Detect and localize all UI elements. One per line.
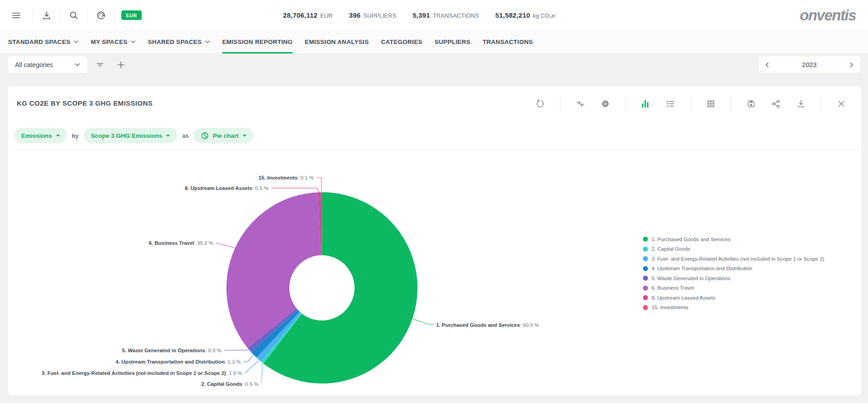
chevron-down-icon bbox=[131, 40, 136, 44]
filter-button[interactable] bbox=[94, 59, 106, 71]
menu-button[interactable] bbox=[0, 10, 33, 21]
legend-item[interactable]: 4. Upstream Transportation and Distribut… bbox=[643, 264, 825, 274]
share-button[interactable] bbox=[771, 99, 781, 109]
as-connector-label: as bbox=[182, 132, 188, 139]
list-view-button[interactable] bbox=[666, 99, 676, 109]
add-widget-button[interactable] bbox=[115, 59, 127, 71]
tab-suppliers[interactable]: SUPPLIERS bbox=[435, 30, 470, 53]
legend-color-dot bbox=[643, 256, 648, 261]
kpi-stat: 28,706,112EUR bbox=[283, 11, 333, 19]
bar-chart-view-icon bbox=[641, 99, 651, 109]
tab-shared-spaces[interactable]: SHARED SPACES bbox=[148, 30, 210, 53]
slice-callout-label: 1. Purchased Goods and Services: 60.5 % bbox=[436, 322, 539, 328]
chart-toolbar bbox=[535, 92, 846, 116]
download-icon bbox=[796, 99, 806, 109]
settings-gear-icon bbox=[600, 99, 610, 109]
chart-view-button[interactable] bbox=[641, 99, 651, 109]
slice-callout-label: 5. Waste Generated in Operations: 0.9 % bbox=[122, 348, 221, 353]
save-button[interactable] bbox=[746, 99, 756, 109]
legend-color-dot bbox=[643, 286, 648, 291]
settings-button[interactable] bbox=[600, 99, 610, 109]
legend-item[interactable]: 5. Waste Generated in Operations bbox=[643, 273, 825, 283]
legend-item[interactable]: 8. Upstream Leased Assets bbox=[643, 293, 825, 303]
close-icon bbox=[836, 99, 846, 109]
pie-chart-icon bbox=[201, 132, 209, 140]
kpi-stat: 5,391TRANSACTIONS bbox=[412, 11, 479, 19]
collapse-button[interactable] bbox=[575, 99, 585, 109]
download-button[interactable] bbox=[33, 10, 60, 21]
close-widget-button[interactable] bbox=[836, 99, 846, 109]
legend-label: 15. Investments bbox=[652, 305, 688, 310]
callout-leader-line bbox=[317, 178, 321, 192]
legend-item[interactable]: 2. Capital Goods bbox=[643, 244, 825, 254]
kpi-stat: 396SUPPLIERS bbox=[349, 11, 397, 19]
search-icon bbox=[68, 10, 79, 21]
tab-standard-spaces[interactable]: STANDARD SPACES bbox=[8, 30, 79, 53]
legend-color-dot bbox=[643, 247, 648, 252]
grid-view-icon bbox=[706, 99, 716, 109]
list-view-icon bbox=[666, 99, 676, 109]
slice-callout-label: 8. Upstream Leased Assets: 0.5 % bbox=[185, 185, 269, 191]
toolbar-separator bbox=[560, 96, 561, 112]
currency-badge[interactable]: EUR bbox=[121, 10, 142, 20]
callout-leader-line bbox=[216, 243, 235, 248]
emission-chart-card: KG CO2E BY SCOPE 3 GHG EMISSIONS bbox=[8, 86, 862, 396]
tab-emission-reporting[interactable]: EMISSION REPORTING bbox=[222, 30, 293, 53]
dimension-chip-label: Scope 3 GHG Emissions bbox=[91, 132, 163, 139]
category-filter-dropdown[interactable]: All categories bbox=[8, 56, 87, 73]
legend-label: 3. Fuel- and Energy-Related Activities (… bbox=[652, 256, 825, 262]
tab-categories[interactable]: CATEGORIES bbox=[381, 30, 422, 53]
grid-view-button[interactable] bbox=[706, 99, 716, 109]
palette-icon bbox=[96, 10, 106, 21]
by-connector-label: by bbox=[72, 132, 79, 139]
download-chart-button[interactable] bbox=[796, 99, 806, 109]
previous-year-button[interactable] bbox=[765, 62, 769, 68]
tab-label: EMISSION REPORTING bbox=[222, 39, 293, 45]
tab-label: MY SPACES bbox=[91, 39, 128, 45]
callout-leader-line bbox=[244, 355, 254, 362]
legend-color-dot bbox=[643, 295, 648, 300]
legend-item[interactable]: 15. Investments bbox=[643, 303, 825, 313]
legend-label: 4. Upstream Transportation and Distribut… bbox=[652, 266, 752, 271]
legend-label: 2. Capital Goods bbox=[652, 246, 691, 252]
chevron-down-icon bbox=[74, 40, 79, 44]
tab-emission-analysis[interactable]: EMISSION ANALYSIS bbox=[305, 30, 369, 53]
legend-item[interactable]: 3. Fuel- and Energy-Related Activities (… bbox=[643, 254, 825, 264]
year-value: 2023 bbox=[802, 61, 816, 68]
callout-leader-line bbox=[261, 363, 263, 383]
header-separator bbox=[114, 7, 115, 24]
refresh-button[interactable] bbox=[535, 99, 545, 109]
collapse-icon bbox=[575, 99, 585, 109]
legend-item[interactable]: 1. Purchased Goods and Services bbox=[643, 234, 825, 244]
slice-callout-label: 6. Business Travel: 35.2 % bbox=[149, 240, 213, 246]
chart-legend: 1. Purchased Goods and Services2. Capita… bbox=[643, 234, 825, 312]
tab-transactions[interactable]: TRANSACTIONS bbox=[483, 30, 533, 53]
callout-leader-line bbox=[224, 350, 249, 350]
next-year-button[interactable] bbox=[850, 62, 854, 68]
callout-leader-line bbox=[271, 188, 319, 193]
tab-label: SHARED SPACES bbox=[148, 39, 202, 45]
chevron-down-icon bbox=[56, 135, 60, 137]
header-icon-group bbox=[0, 0, 115, 30]
plus-icon bbox=[116, 60, 126, 70]
dimension-chip[interactable]: Scope 3 GHG Emissions bbox=[84, 128, 177, 143]
kpi-stat: 51,582,210kg CO₂e bbox=[495, 11, 555, 19]
chevron-down-icon bbox=[205, 40, 210, 44]
share-icon bbox=[771, 99, 781, 109]
legend-label: 6. Business Travel bbox=[652, 285, 694, 291]
chart-type-chip[interactable]: Pie chart bbox=[194, 128, 254, 143]
legend-label: 5. Waste Generated in Operations bbox=[652, 276, 730, 281]
measure-chip[interactable]: Emissions bbox=[14, 128, 67, 143]
callout-leader-line bbox=[412, 319, 434, 325]
kpi-stats: 28,706,112EUR396SUPPLIERS5,391TRANSACTIO… bbox=[283, 0, 555, 30]
legend-item[interactable]: 6. Business Travel bbox=[643, 283, 825, 293]
tab-label: CATEGORIES bbox=[381, 39, 422, 45]
filter-icon bbox=[95, 60, 105, 70]
chart-card-title: KG CO2E BY SCOPE 3 GHG EMISSIONS bbox=[17, 99, 153, 107]
theme-button[interactable] bbox=[87, 10, 114, 21]
measure-chip-label: Emissions bbox=[21, 132, 52, 139]
legend-color-dot bbox=[643, 276, 648, 281]
query-builder-row: Emissions by Scope 3 GHG Emissions as Pi… bbox=[14, 128, 254, 143]
search-button[interactable] bbox=[60, 10, 87, 21]
tab-my-spaces[interactable]: MY SPACES bbox=[91, 30, 136, 53]
